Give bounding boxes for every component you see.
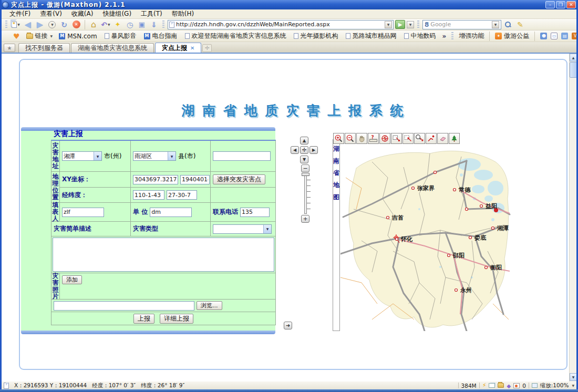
search-input[interactable]: Google — [430, 21, 490, 28]
bookmark-grip[interactable] — [451, 32, 453, 40]
tab-server-not-found[interactable]: 找不到服务器 — [18, 43, 70, 53]
menu-item[interactable]: 帮助(H) — [167, 9, 199, 18]
zoom-in-slider-button[interactable] — [301, 215, 309, 223]
county-select[interactable]: 雨湖区 — [133, 151, 176, 161]
scrollbar-thumb[interactable] — [570, 62, 577, 78]
legend-tree-tool[interactable] — [449, 133, 460, 144]
submit-button[interactable]: 上报 — [133, 314, 154, 324]
zoom-select-tool[interactable] — [414, 133, 425, 144]
download-button[interactable] — [149, 19, 159, 30]
notes-icon[interactable]: ▤ — [561, 33, 568, 39]
toolbar-grip[interactable] — [162, 20, 164, 29]
zoom-out-slider-button[interactable] — [301, 164, 309, 172]
tab-disaster-report[interactable]: 灾点上报 — [155, 43, 201, 53]
folder-status-icon[interactable] — [498, 383, 504, 388]
latitude-input[interactable] — [167, 190, 197, 200]
search-box[interactable]: 8 Google — [422, 20, 501, 29]
menu-item[interactable]: 收藏(A) — [67, 9, 98, 18]
expand-panel-button[interactable] — [284, 322, 292, 329]
pan-right-button[interactable] — [309, 146, 318, 154]
menu-item[interactable]: 文件(F) — [5, 9, 35, 18]
address-detail-input[interactable] — [213, 151, 271, 161]
stop-button[interactable] — [71, 19, 81, 30]
address-dropdown-button[interactable] — [385, 21, 392, 28]
history-button[interactable] — [125, 19, 135, 30]
scroll-down-button[interactable] — [570, 373, 577, 381]
address-bar[interactable] — [168, 20, 394, 29]
search-dropdown-button[interactable] — [492, 21, 499, 28]
maxthon-charity-button[interactable]: ✦ 傲游公益 — [495, 32, 529, 40]
vertical-scrollbar[interactable] — [569, 54, 576, 381]
map-view[interactable]: 张家界常德益阳吉首怀化湘潭娄底邵阳衡阳永州 — [340, 146, 511, 331]
disaster-type-select[interactable] — [213, 224, 272, 234]
zoom-out-tool[interactable] — [345, 133, 356, 144]
longitude-input[interactable] — [133, 190, 164, 200]
zoom-slider-thumb[interactable] — [302, 173, 309, 176]
draw-point-tool[interactable] — [426, 133, 437, 144]
bookmark-item[interactable]: 暴风影音 — [105, 32, 137, 40]
go-button[interactable] — [395, 20, 405, 29]
eraser-tool[interactable] — [437, 133, 448, 144]
bookmark-overflow-button[interactable]: » — [442, 33, 447, 40]
address-input[interactable] — [176, 21, 383, 28]
images-icon[interactable] — [513, 383, 520, 388]
pan-left-button[interactable] — [291, 146, 299, 154]
boost-icon[interactable] — [482, 382, 487, 389]
new-tab-button[interactable] — [11, 19, 21, 30]
window-icon[interactable]: ▭ — [551, 33, 558, 39]
windows-icon[interactable] — [489, 383, 495, 388]
y-coordinate-input[interactable] — [180, 175, 210, 184]
pick-disaster-point-button[interactable]: 选择突发灾害点 — [213, 174, 265, 184]
search-button[interactable] — [503, 19, 513, 30]
refresh-button[interactable] — [59, 19, 69, 30]
deselect-rect-tool[interactable] — [402, 133, 414, 144]
history-dropdown-button[interactable] — [47, 19, 57, 30]
pan-down-button[interactable] — [300, 156, 308, 163]
zoom-level[interactable]: 缩放:100% — [540, 382, 569, 389]
magic-fill-button[interactable] — [112, 19, 123, 30]
bookmark-item[interactable]: MMSN.com — [59, 33, 97, 40]
new-tab-plus-button[interactable]: ✛ — [202, 44, 212, 52]
resize-icon[interactable] — [532, 383, 538, 388]
close-button[interactable] — [566, 1, 576, 8]
menu-item[interactable]: 工具(T) — [136, 9, 167, 18]
capture-button[interactable] — [137, 19, 147, 30]
description-textarea[interactable] — [53, 238, 274, 272]
tab-close-icon[interactable] — [190, 45, 194, 51]
browse-button[interactable]: 浏览... — [197, 301, 222, 310]
favorites-heart-icon[interactable] — [13, 32, 20, 40]
home-button[interactable] — [88, 19, 99, 30]
plugin-status-icon[interactable] — [507, 383, 511, 389]
back-button[interactable] — [23, 19, 33, 30]
bookmark-item[interactable]: 觅路城市精品网 — [346, 32, 397, 40]
zoom-slider-track[interactable] — [304, 173, 307, 214]
forward-button[interactable] — [35, 19, 45, 30]
select-rect-tool[interactable] — [391, 133, 402, 144]
enhance-features-button[interactable]: 增强功能 — [459, 32, 484, 40]
bookmark-item[interactable]: M电台指南 — [144, 32, 178, 40]
gps-locate-tool[interactable]: S — [379, 133, 390, 144]
zoom-dropdown-icon[interactable] — [572, 384, 574, 387]
tab-hunan-info-system[interactable]: 湖南省地质灾害信息系统 — [71, 43, 154, 53]
tab-list-star-button[interactable] — [4, 44, 15, 52]
phone-input[interactable] — [240, 208, 270, 217]
pan-center-button[interactable] — [300, 146, 308, 154]
scroll-up-button[interactable] — [570, 54, 577, 61]
bookmark-item[interactable]: 中地数码 — [404, 32, 436, 40]
zoom-in-tool[interactable] — [333, 133, 344, 144]
menu-item[interactable]: 查看(V) — [35, 9, 67, 18]
reporter-input[interactable] — [62, 208, 104, 217]
pan-up-button[interactable] — [300, 137, 308, 145]
city-select[interactable]: 湘潭 — [62, 151, 102, 161]
file-path-input[interactable] — [54, 301, 194, 311]
bookmark-folder-links[interactable]: 链接 — [26, 32, 53, 40]
add-photo-button[interactable]: 添加 — [62, 275, 82, 284]
go-dropdown-button[interactable] — [407, 21, 414, 28]
pan-tool[interactable] — [356, 133, 367, 144]
user-icon[interactable]: ☻ — [540, 33, 547, 39]
minimize-button[interactable] — [545, 1, 555, 8]
menu-item[interactable]: 快捷组(G) — [98, 9, 136, 18]
toolbar-grip[interactable] — [5, 20, 7, 29]
toolbar-grip[interactable] — [417, 20, 419, 29]
detail-submit-button[interactable]: 详细上报 — [160, 314, 193, 324]
